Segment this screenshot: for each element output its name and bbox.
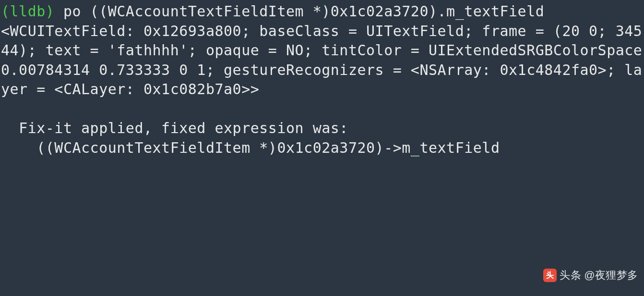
lldb-prompt: (lldb) (1, 3, 63, 20)
lldb-command: po ((WCAccountTextFieldItem *)0x1c02a372… (63, 3, 544, 20)
lldb-terminal[interactable]: (lldb) po ((WCAccountTextFieldItem *)0x1… (1, 2, 643, 158)
watermark-user: @夜狸梦多 (584, 268, 638, 283)
lldb-output-line-0: <WCUITextField: 0x12693a800; baseClass =… (1, 23, 644, 98)
watermark-icon: 头 (543, 269, 557, 282)
watermark: 头 头条 @夜狸梦多 (543, 268, 638, 283)
lldb-output-line-3: ((WCAccountTextFieldItem *)0x1c02a3720)-… (1, 139, 500, 156)
lldb-output-line-2: Fix-it applied, fixed expression was: (1, 120, 348, 136)
watermark-brand: 头条 (560, 268, 581, 283)
